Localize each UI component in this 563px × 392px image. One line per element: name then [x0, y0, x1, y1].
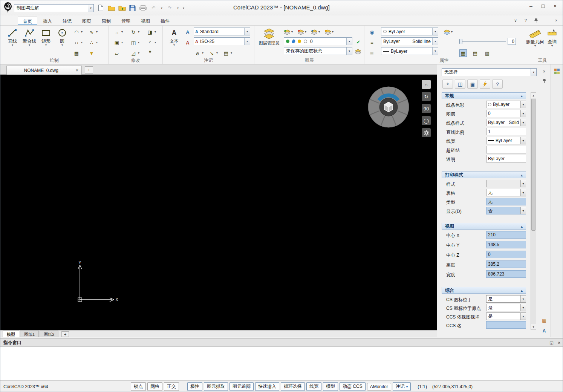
ccs-viewport-select[interactable]: 是: [486, 312, 526, 320]
navigation-wheel[interactable]: [367, 85, 410, 129]
selection-filter-select[interactable]: 无选择: [442, 68, 537, 76]
new-document-button[interactable]: [96, 3, 106, 12]
cycle-select-toggle[interactable]: 循环选择: [281, 382, 305, 391]
measure-geometry-button[interactable]: 测量几何: [526, 26, 545, 58]
text-style-button[interactable]: A: [184, 28, 191, 37]
ortho-toggle[interactable]: 正交: [164, 382, 179, 391]
tab-home[interactable]: 首页: [18, 17, 37, 25]
tab-manage[interactable]: 管理: [116, 17, 135, 25]
transparency-field[interactable]: ByLayer: [486, 155, 526, 162]
quick-properties-button[interactable]: ▤: [471, 49, 479, 58]
properties-palette-toggle-button[interactable]: ▦: [459, 49, 467, 58]
maximize-button[interactable]: [537, 1, 549, 11]
inquiry-button[interactable]: 查询: [545, 26, 559, 58]
fillet-tool-button[interactable]: ◜: [146, 38, 156, 47]
chevron-down-icon[interactable]: [534, 44, 536, 47]
line-color-select[interactable]: ByLayer: [486, 101, 526, 108]
layer-state-manager-button[interactable]: [355, 47, 361, 56]
redo-dropdown-icon[interactable]: [176, 3, 180, 12]
annotation-scale-button[interactable]: 注记: [393, 382, 411, 391]
text-style-select[interactable]: A Standard: [194, 28, 250, 35]
line-tool-button[interactable]: 直线: [5, 26, 20, 58]
linetype-scale-field[interactable]: 1: [486, 128, 526, 135]
layer-tool-4-button[interactable]: [324, 28, 334, 37]
copy-tool-button[interactable]: ▣: [113, 38, 123, 47]
property-page-button[interactable]: ▧: [483, 49, 491, 58]
lineweight-tool-icon[interactable]: ≣: [368, 49, 376, 58]
table-tool-button[interactable]: ▤: [222, 49, 232, 58]
explode-tool-button[interactable]: *: [146, 49, 154, 58]
ribbon-collapse-icon[interactable]: [512, 17, 519, 24]
trim-tool-button[interactable]: ◨: [146, 28, 156, 37]
polygon-tool-button[interactable]: ▼: [88, 49, 95, 58]
chevron-down-icon[interactable]: [173, 44, 175, 47]
save-button[interactable]: [128, 3, 137, 12]
quick-select-button[interactable]: [480, 80, 490, 89]
view-height-field[interactable]: 385.2: [486, 260, 526, 268]
section-header-general[interactable]: 常规: [442, 92, 526, 99]
rotate-angle-button[interactable]: 90: [422, 104, 431, 113]
layer-state-select[interactable]: 未保存的图层状态: [284, 47, 352, 55]
palette-help-button[interactable]: [492, 80, 503, 89]
view-width-field[interactable]: 896.723: [486, 270, 526, 278]
section-header-misc[interactable]: 综合: [442, 287, 526, 294]
ccs-name-field[interactable]: [486, 321, 526, 329]
close-button[interactable]: [549, 1, 561, 11]
cs-origin-select[interactable]: 是: [486, 304, 526, 311]
chevron-down-icon[interactable]: [12, 44, 13, 47]
esnap-toggle[interactable]: 图元抓取: [204, 382, 228, 391]
print-button[interactable]: [138, 3, 148, 12]
orbit-button[interactable]: [422, 116, 431, 125]
cs-icon-select[interactable]: 是: [486, 295, 526, 303]
layer-tool-1-button[interactable]: [284, 28, 293, 37]
document-tab[interactable]: NONAME_0.dwg: [6, 66, 82, 75]
tab-constraints[interactable]: 限制: [97, 17, 116, 25]
properties-scrollbar[interactable]: [531, 92, 536, 330]
close-window-icon[interactable]: [558, 340, 560, 345]
dimension-style-button[interactable]: A: [184, 38, 191, 47]
pin-palette-button[interactable]: [540, 77, 549, 85]
line-style-select[interactable]: ByLayer Solid line: [381, 37, 438, 45]
chevron-down-icon[interactable]: [61, 44, 63, 47]
center-x-field[interactable]: 210: [486, 231, 526, 239]
section-header-view[interactable]: 视图: [442, 223, 526, 230]
tab-sheet2[interactable]: 图纸2: [40, 331, 58, 337]
ellipse-tool-button[interactable]: ○: [73, 38, 83, 47]
text-tool-button[interactable]: A 文本: [167, 26, 182, 58]
layer-manager-button[interactable]: 图层管理员: [257, 26, 282, 58]
new-sheet-button[interactable]: [61, 331, 69, 337]
polyline-tool-button[interactable]: 聚合线: [21, 26, 38, 58]
close-tab-icon[interactable]: [75, 67, 78, 73]
model-toggle[interactable]: 模型: [323, 382, 338, 391]
ribbon-minimize-icon[interactable]: [543, 17, 549, 24]
palette-tab-icon[interactable]: [554, 68, 560, 75]
tab-sheet1[interactable]: 图纸1: [20, 331, 39, 337]
scale-tool-button[interactable]: ◿: [130, 49, 139, 58]
undo-button[interactable]: [149, 3, 158, 12]
redo-button[interactable]: [165, 3, 174, 12]
undo-dropdown-icon[interactable]: [159, 3, 164, 12]
print-table-select[interactable]: 无: [486, 189, 526, 196]
rotate-view-button[interactable]: [422, 92, 431, 101]
scrollbar-thumb[interactable]: [531, 99, 535, 231]
float-window-icon[interactable]: [549, 340, 553, 345]
pin-ribbon-icon[interactable]: [532, 17, 539, 24]
view-settings-button[interactable]: [422, 128, 431, 137]
quick-input-toggle[interactable]: 快速输入: [255, 382, 279, 391]
home-view-button[interactable]: [422, 80, 431, 89]
chevron-down-icon[interactable]: [29, 44, 30, 47]
command-window-titlebar[interactable]: 指令窗口: [0, 339, 563, 347]
spline-tool-button[interactable]: ∿: [88, 28, 98, 37]
tab-view[interactable]: 视图: [136, 17, 155, 25]
scroll-down-button[interactable]: [531, 324, 536, 329]
select-add-button[interactable]: ◫: [455, 80, 465, 89]
print-style-select[interactable]: [486, 180, 526, 187]
lineweight-toggle[interactable]: 线宽: [306, 382, 321, 391]
collapse-icon[interactable]: [521, 173, 523, 177]
current-layer-select[interactable]: 0: [284, 37, 352, 45]
ribbon-close-icon[interactable]: [553, 17, 560, 24]
rotate-tool-button[interactable]: ↻: [130, 28, 139, 37]
open-file-button[interactable]: [107, 3, 116, 12]
collapse-icon[interactable]: [521, 224, 523, 228]
drawing-canvas[interactable]: Y X: [0, 75, 437, 330]
